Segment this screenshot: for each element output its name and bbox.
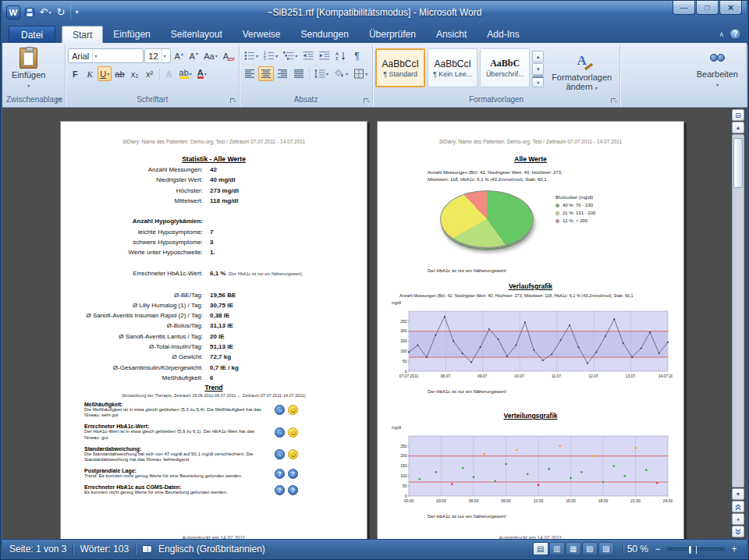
view-web-layout-button[interactable]: ▦	[566, 542, 581, 555]
font-color-button[interactable]: A▾	[195, 66, 209, 81]
stat-row: Ø Lilly Humalog (1) / Tag:30,75 IE	[61, 300, 356, 310]
paste-button[interactable]: Einfügen▾	[6, 45, 51, 93]
change-case-button[interactable]: Aa▾	[201, 48, 219, 63]
subscript-button[interactable]: x₂	[128, 66, 142, 81]
vertical-scrollbar[interactable]: ⊟ ▲ ▼ ●	[731, 109, 745, 537]
tab--berpr-fen[interactable]: Überprüfen	[359, 26, 426, 43]
italic-button[interactable]: K	[83, 66, 97, 81]
align-right-button[interactable]	[275, 66, 290, 81]
maximize-button[interactable]: □	[696, 1, 719, 15]
ruler-toggle-button[interactable]: ⊟	[732, 109, 744, 121]
tab-ansicht[interactable]: Ansicht	[426, 26, 477, 43]
scroll-down-button[interactable]: ▼	[732, 488, 744, 500]
zoom-level[interactable]: 50 %	[627, 544, 648, 555]
line-spacing-button[interactable]: ▾	[312, 66, 331, 81]
sort-button[interactable]: AZ	[333, 48, 349, 63]
styles-more-button[interactable]: ▾	[532, 76, 544, 87]
zoom-in-button[interactable]: +	[729, 544, 740, 555]
help-button[interactable]: ?	[729, 28, 741, 40]
tab-start[interactable]: Start	[62, 26, 103, 43]
highlight-button[interactable]: ab▾	[177, 66, 194, 81]
grow-font-button[interactable]: A▴	[172, 48, 186, 63]
tab-add-ins[interactable]: Add-Ins	[477, 26, 529, 43]
zoom-slider-thumb[interactable]	[688, 545, 692, 555]
status-word-count[interactable]: Wörter: 103	[80, 544, 129, 555]
tab-verweise[interactable]: Verweise	[233, 26, 291, 43]
word-app-icon[interactable]: W	[6, 5, 20, 19]
svg-text:100: 100	[400, 473, 407, 478]
font-dialog-launcher[interactable]	[229, 97, 236, 105]
svg-text:03:00: 03:00	[436, 498, 446, 503]
title-bar[interactable]: W ↶▾ ↻ ▾ ~SiB251.rtf [Kompatibilitätsmod…	[2, 1, 747, 23]
tab-einf-gen[interactable]: Einfügen	[103, 26, 160, 43]
styles-scroll-up-button[interactable]: ▴	[532, 51, 544, 62]
document-page-2[interactable]: SiDiary: Name des Patienten: Demo-org, T…	[377, 121, 684, 539]
zoom-out-button[interactable]: −	[652, 544, 663, 555]
scroll-up-button[interactable]: ▲	[732, 122, 744, 133]
stat-row: Meßhäufigkeit:6	[61, 373, 356, 383]
borders-button[interactable]: ▾	[351, 66, 370, 81]
scrollbar-track[interactable]	[732, 134, 744, 487]
svg-text:10.07.: 10.07.	[514, 374, 525, 378]
scrollbar-thumb[interactable]	[733, 138, 743, 188]
styles-gallery: AaBbCcI¶ StandardAaBbCcI¶ Kein Lee...AaB…	[375, 48, 530, 87]
proofing-book-icon[interactable]	[142, 545, 152, 553]
tab-sendungen[interactable]: Sendungen	[290, 26, 358, 43]
minimize-ribbon-button[interactable]: ∧	[719, 30, 724, 38]
view-draft-button[interactable]: ▨	[598, 542, 614, 555]
zoom-slider[interactable]	[667, 548, 725, 551]
bullets-button[interactable]: ▾	[242, 48, 261, 63]
numbering-button[interactable]: 1.2.3.▾	[261, 48, 280, 63]
decrease-indent-button[interactable]	[300, 48, 316, 63]
shading-button[interactable]: ▾	[332, 66, 350, 81]
status-language[interactable]: Englisch (Großbritannien)	[158, 544, 265, 555]
paragraph-dialog-launcher[interactable]	[363, 97, 370, 105]
redo-button[interactable]: ↻	[55, 5, 67, 19]
stat-row: Mittelwert:118 mg/dl	[61, 196, 356, 206]
show-paragraph-marks-button[interactable]: ¶	[350, 48, 365, 63]
view-fullscreen-reading-button[interactable]: ▥	[549, 542, 565, 555]
save-button[interactable]	[23, 5, 36, 19]
select-browse-object-button[interactable]: ●	[732, 513, 744, 525]
previous-page-button[interactable]	[732, 501, 744, 512]
font-name-select[interactable]: Arial▾	[68, 48, 144, 63]
view-print-layout-button[interactable]: ▤	[533, 542, 548, 555]
svg-text:3.: 3.	[264, 57, 267, 61]
justify-button[interactable]	[291, 66, 307, 81]
styles-dialog-launcher[interactable]	[610, 97, 617, 105]
tab-seitenlayout[interactable]: Seitenlayout	[161, 26, 233, 43]
bold-button[interactable]: F	[68, 66, 82, 81]
view-outline-button[interactable]: ▧	[582, 542, 598, 555]
svg-text:12.07.: 12.07.	[588, 374, 599, 378]
alle-werte-title: Alle Werte	[378, 155, 683, 163]
align-left-button[interactable]	[242, 66, 257, 81]
strikethrough-button[interactable]: ab	[112, 66, 126, 81]
svg-text:15:00: 15:00	[566, 498, 576, 503]
editing-menu-button[interactable]: Bearbeiten▾	[691, 45, 744, 92]
undo-button[interactable]: ↶▾	[39, 5, 51, 19]
qat-customize-button[interactable]: ▾	[70, 5, 83, 19]
stat-row: Ø-Total-Insulin/Tag:51,13 IE	[61, 342, 356, 352]
document-page-1[interactable]: SiDiary: Name des Patienten: Demo-org, T…	[60, 121, 367, 539]
styles-scroll-down-button[interactable]: ▾	[532, 63, 544, 75]
superscript-button[interactable]: x²	[143, 66, 157, 81]
style--kein-lee-[interactable]: AaBbCcI¶ Kein Lee...	[428, 48, 477, 87]
increase-indent-button[interactable]	[317, 48, 332, 63]
style--standard[interactable]: AaBbCcI¶ Standard	[375, 48, 425, 87]
svg-text:07.07.2011: 07.07.2011	[399, 374, 419, 378]
clear-formatting-button[interactable]: A	[221, 48, 236, 63]
text-effects-button[interactable]: A	[162, 66, 176, 81]
underline-button[interactable]: U▾	[98, 66, 112, 81]
style--berschrif-[interactable]: AaBbCÜberschrif...	[480, 48, 530, 87]
status-page-indicator[interactable]: Seite: 1 von 3	[9, 544, 66, 555]
font-size-select[interactable]: 12▾	[144, 48, 171, 63]
shrink-font-button[interactable]: A▾	[186, 48, 201, 63]
clipboard-dialog-launcher[interactable]	[55, 97, 62, 105]
tab-datei[interactable]: Datei	[9, 26, 55, 43]
align-center-button[interactable]	[258, 66, 274, 81]
multilevel-list-button[interactable]: ▾	[281, 48, 300, 63]
close-button[interactable]: ×	[719, 1, 742, 15]
minimize-button[interactable]: —	[673, 1, 695, 15]
next-page-button[interactable]	[732, 526, 744, 537]
change-styles-button[interactable]: A Formatvorlagenändern ▾	[546, 48, 617, 95]
